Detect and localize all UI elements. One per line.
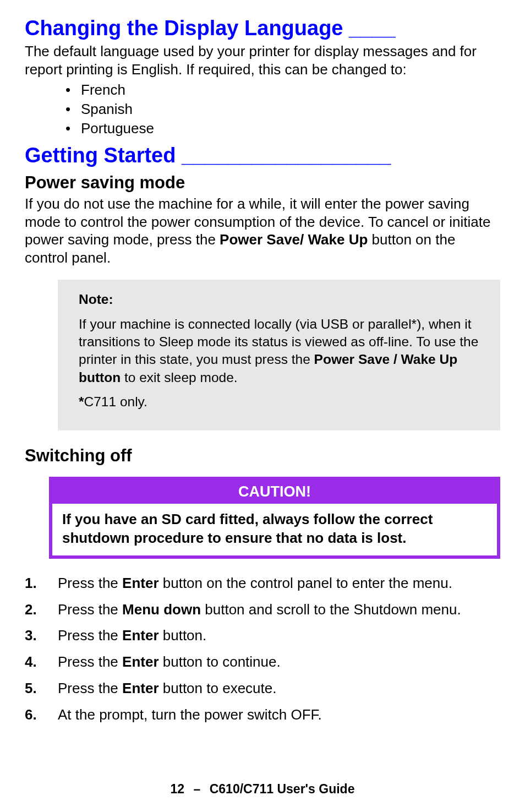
subheading-power-saving: Power saving mode: [25, 173, 500, 193]
intro-paragraph: The default language used by your printe…: [25, 42, 500, 78]
page-footer: 12 – C610/C711 User's Guide: [0, 782, 525, 797]
list-item: Spanish: [69, 100, 500, 119]
caution-body: If you have an SD card fitted, always fo…: [52, 504, 497, 555]
page-number: 12: [171, 782, 185, 796]
language-list: French Spanish Portuguese: [69, 80, 500, 138]
list-item: French: [69, 80, 500, 100]
heading-getting-started: Getting Started __________________: [25, 144, 500, 167]
subheading-switching-off: Switching off: [25, 446, 500, 466]
heading-changing-language: Changing the Display Language ____: [25, 17, 500, 40]
step-item: At the prompt, turn the power switch OFF…: [25, 706, 500, 724]
step-item: Press the Enter button to continue.: [25, 653, 500, 672]
note-label: Note:: [79, 291, 487, 308]
note-body: If your machine is connected locally (vi…: [79, 315, 487, 386]
step-item: Press the Enter button to execute.: [25, 679, 500, 698]
step-item: Press the Enter button.: [25, 626, 500, 645]
document-title: C610/C711 User's Guide: [210, 782, 355, 796]
footer-separator: –: [194, 782, 201, 796]
step-item: Press the Menu down button and scroll to…: [25, 601, 500, 619]
steps-list: Press the Enter button on the control pa…: [25, 574, 500, 724]
power-saving-paragraph: If you do not use the machine for a whil…: [25, 195, 500, 266]
list-item: Portuguese: [69, 119, 500, 138]
caution-label: CAUTION!: [52, 480, 497, 504]
note-footnote: *C711 only.: [79, 393, 487, 411]
note-box: Note: If your machine is connected local…: [58, 280, 500, 430]
caution-box: CAUTION! If you have an SD card fitted, …: [49, 477, 500, 559]
step-item: Press the Enter button on the control pa…: [25, 574, 500, 593]
